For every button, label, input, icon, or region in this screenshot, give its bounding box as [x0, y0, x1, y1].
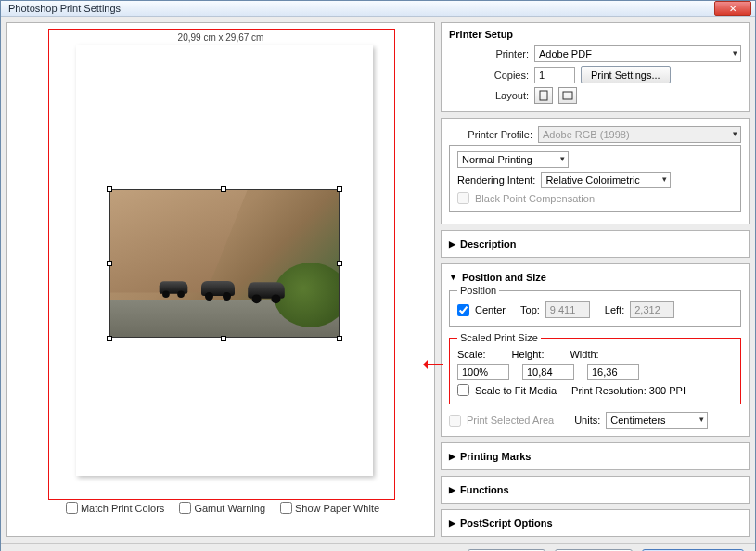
postscript-section: ▶ PostScript Options [441, 509, 750, 537]
paper-white-checkbox[interactable] [280, 502, 292, 514]
functions-section: ▶ Functions [441, 476, 750, 504]
left-input [630, 301, 674, 318]
layout-label: Layout: [449, 90, 529, 101]
color-management-panel: Printer Profile: Adobe RGB (1998) Normal… [441, 118, 750, 224]
print-resolution-label: Print Resolution: 300 PPI [571, 385, 686, 396]
printing-marks-section: ▶ Printing Marks [441, 442, 750, 470]
left-label: Left: [605, 304, 624, 315]
printer-setup-heading: Printer Setup [449, 29, 741, 40]
printer-label: Printer: [449, 48, 529, 59]
scaled-print-size-fieldset: Scaled Print Size Scale: Height: Width: [449, 332, 741, 404]
copies-label: Copies: [449, 70, 529, 81]
crop-handle[interactable] [107, 336, 112, 341]
functions-toggle[interactable]: ▶ Functions [449, 482, 741, 497]
paper-white-option[interactable]: Show Paper White [280, 502, 379, 514]
landscape-icon [562, 91, 573, 100]
chevron-right-icon: ▶ [449, 452, 455, 461]
printer-profile-select: Adobe RGB (1998) [538, 126, 741, 143]
printer-profile-label: Printer Profile: [449, 129, 532, 140]
svg-rect-1 [563, 92, 572, 99]
crop-handle[interactable] [107, 261, 112, 266]
top-label: Top: [520, 304, 540, 315]
print-settings-button[interactable]: Print Settings... [581, 66, 671, 83]
height-label: Height: [512, 349, 545, 360]
rendering-intent-label: Rendering Intent: [457, 174, 535, 186]
print-preview-image[interactable] [109, 189, 340, 338]
paper-preview [76, 45, 373, 476]
scale-to-fit-label: Scale to Fit Media [475, 385, 557, 396]
description-section: ▶ Description [441, 230, 750, 258]
scale-label: Scale: [457, 349, 486, 360]
crop-handle[interactable] [337, 261, 342, 266]
match-colors-checkbox[interactable] [66, 502, 78, 514]
postscript-toggle[interactable]: ▶ PostScript Options [449, 516, 741, 531]
height-input[interactable] [522, 364, 574, 380]
position-size-toggle[interactable]: ▼ Position and Size [449, 270, 741, 285]
gamut-warning-option[interactable]: Gamut Warning [179, 502, 265, 514]
printer-setup-panel: Printer Setup Printer: Adobe PDF Copies:… [441, 22, 750, 112]
position-fieldset: Position Center Top: Left: [449, 285, 741, 327]
close-button[interactable]: ✕ [714, 1, 751, 16]
preview-footer-options: Match Print Colors Gamut Warning Show Pa… [9, 502, 436, 514]
titlebar: Photoshop Print Settings ✕ [1, 1, 755, 17]
units-label: Units: [574, 415, 600, 426]
gamut-warning-checkbox[interactable] [179, 502, 191, 514]
print-selected-label: Print Selected Area [467, 415, 554, 426]
match-colors-option[interactable]: Match Print Colors [66, 502, 164, 514]
position-legend: Position [457, 285, 499, 296]
position-size-section: ▼ Position and Size Position Center Top:… [441, 263, 750, 437]
layout-portrait-button[interactable] [534, 87, 553, 104]
scale-input[interactable] [457, 364, 509, 380]
crop-handle[interactable] [107, 186, 112, 192]
center-label: Center [475, 304, 506, 315]
rendering-intent-select[interactable]: Relative Colorimetric [541, 172, 671, 188]
width-label: Width: [570, 349, 598, 360]
crop-handle[interactable] [221, 186, 226, 192]
layout-landscape-button[interactable] [558, 87, 577, 104]
crop-handle[interactable] [337, 336, 342, 341]
color-subpanel: Normal Printing Rendering Intent: Relati… [449, 145, 741, 212]
chevron-right-icon: ▶ [449, 485, 455, 494]
chevron-down-icon: ▼ [449, 273, 457, 282]
settings-pane: Printer Setup Printer: Adobe PDF Copies:… [441, 22, 750, 537]
printing-mode-select[interactable]: Normal Printing [457, 151, 569, 168]
printing-marks-toggle[interactable]: ▶ Printing Marks [449, 449, 741, 464]
description-toggle[interactable]: ▶ Description [449, 237, 741, 251]
black-point-checkbox [457, 192, 469, 204]
print-selected-checkbox [449, 415, 461, 427]
copies-input[interactable] [534, 67, 575, 83]
portrait-icon [539, 90, 548, 101]
width-input[interactable] [587, 364, 639, 380]
black-point-label: Black Point Compensation [475, 193, 595, 204]
chevron-right-icon: ▶ [449, 239, 455, 249]
scaled-legend: Scaled Print Size [457, 332, 541, 343]
preview-pane: 20,99 cm x 29,67 cm [6, 22, 435, 537]
crop-handle[interactable] [221, 336, 226, 341]
callout-arrow [425, 364, 443, 365]
dialog-button-bar: Cancel Done Print [1, 543, 755, 551]
svg-rect-0 [540, 91, 547, 100]
top-input [545, 301, 590, 318]
page-dimensions: 20,99 cm x 29,67 cm [7, 32, 434, 43]
print-settings-window: Photoshop Print Settings ✕ 20,99 cm x 29… [0, 0, 756, 551]
window-title: Photoshop Print Settings [8, 3, 714, 14]
center-checkbox[interactable] [457, 304, 469, 316]
main-content: 20,99 cm x 29,67 cm [1, 17, 755, 543]
crop-handle[interactable] [337, 186, 342, 192]
printer-select[interactable]: Adobe PDF [534, 45, 741, 62]
chevron-right-icon: ▶ [449, 519, 455, 528]
scale-to-fit-checkbox[interactable] [457, 384, 469, 396]
units-select[interactable]: Centimeters [606, 412, 708, 429]
